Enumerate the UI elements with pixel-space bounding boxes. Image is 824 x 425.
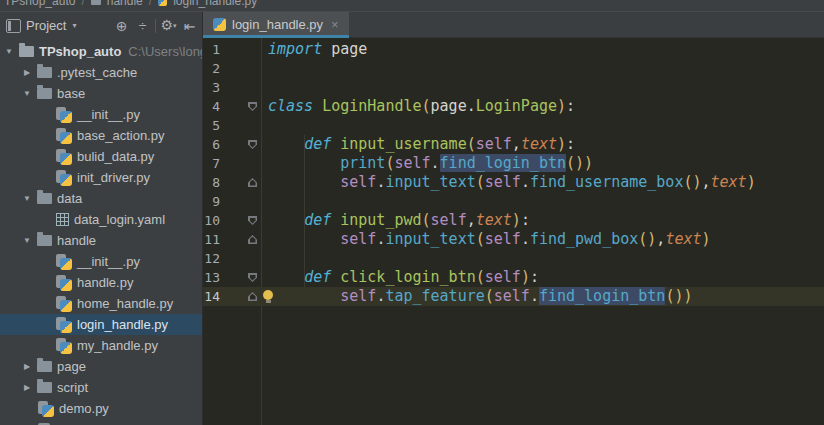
tree-item-demo-py[interactable]: demo.py bbox=[0, 398, 202, 419]
tree-item-page[interactable]: ▶page bbox=[0, 356, 202, 377]
chevron-down-icon[interactable]: ▼ bbox=[22, 194, 32, 203]
fold-end-icon[interactable] bbox=[248, 178, 257, 187]
tree-item-base[interactable]: ▼base bbox=[0, 83, 202, 104]
chevron-down-icon[interactable]: ▼ bbox=[22, 89, 32, 98]
tree-item-bulid-data-py[interactable]: bulid_data.py bbox=[0, 146, 202, 167]
editor[interactable]: 1import page234class LoginHandle(page.Lo… bbox=[203, 38, 824, 425]
tree-item-handle[interactable]: ▼handle bbox=[0, 230, 202, 251]
code-line-5: 5 bbox=[203, 116, 824, 135]
folder-icon bbox=[37, 193, 52, 204]
code-token: ( bbox=[485, 287, 494, 305]
settings-gear-icon[interactable]: ⚙▾ bbox=[160, 18, 177, 33]
chevron-down-icon[interactable]: ▼ bbox=[4, 47, 14, 56]
fold-collapse-icon[interactable] bbox=[248, 273, 257, 282]
tree-item-label: login_handle.py bbox=[77, 317, 168, 332]
tree-item-my-handle-py[interactable]: my_handle.py bbox=[0, 335, 202, 356]
line-number[interactable]: 8 bbox=[203, 173, 220, 192]
breadcrumb-item[interactable]: TPshop_auto bbox=[4, 0, 75, 8]
breadcrumb-item[interactable]: login_handle.py bbox=[173, 0, 257, 8]
tree-item-handle-py[interactable]: handle.py bbox=[0, 272, 202, 293]
tree-item-data-login-yaml[interactable]: data_login.yaml bbox=[0, 209, 202, 230]
tree-item--pytest-cache[interactable]: ▶.pytest_cache bbox=[0, 62, 202, 83]
line-number[interactable]: 5 bbox=[203, 116, 220, 135]
code-token: ()) bbox=[566, 154, 593, 172]
code-token: , bbox=[702, 173, 711, 191]
ide-window: TPshop_auto/handle/login_handle.py Proje… bbox=[0, 0, 824, 425]
code-area[interactable]: 1import page234class LoginHandle(page.Lo… bbox=[203, 38, 824, 306]
code-token: def bbox=[304, 211, 331, 229]
line-number[interactable]: 13 bbox=[203, 268, 220, 287]
line-number[interactable]: 11 bbox=[203, 230, 220, 249]
close-icon[interactable]: × bbox=[331, 17, 339, 32]
code-token: ) bbox=[747, 173, 756, 191]
locate-target-icon[interactable]: ⊕ bbox=[113, 19, 130, 33]
tree-item-partial[interactable] bbox=[0, 419, 202, 425]
line-number[interactable]: 14 bbox=[203, 287, 220, 306]
python-file-icon bbox=[213, 18, 226, 31]
code-line-8: 8 self.input_text(self.find_username_box… bbox=[203, 173, 824, 192]
code-token: import bbox=[268, 40, 322, 58]
line-number[interactable]: 4 bbox=[203, 97, 220, 116]
code-token bbox=[331, 135, 340, 153]
folder-root-icon bbox=[19, 46, 34, 57]
line-number[interactable]: 7 bbox=[203, 154, 220, 173]
code-token: find_login_btn bbox=[539, 287, 665, 305]
code-token: ( bbox=[422, 211, 431, 229]
tree-item-home-handle-py[interactable]: home_handle.py bbox=[0, 293, 202, 314]
tree-item--init-py[interactable]: __init__.py bbox=[0, 104, 202, 125]
fold-end-icon[interactable] bbox=[248, 292, 257, 301]
fold-collapse-icon[interactable] bbox=[248, 102, 257, 111]
intention-bulb-icon[interactable] bbox=[263, 290, 273, 300]
code-line-4: 4class LoginHandle(page.LoginPage): bbox=[203, 97, 824, 116]
tree-item-login-handle-py[interactable]: login_handle.py bbox=[0, 314, 202, 335]
python-file-icon bbox=[56, 107, 72, 123]
project-toolbar: Project ▾ ⊕÷⚙▾⇤ bbox=[0, 12, 202, 39]
code-token: : bbox=[566, 97, 575, 115]
code-token: ) bbox=[557, 135, 566, 153]
project-panel-title[interactable]: Project bbox=[26, 18, 66, 33]
line-number[interactable]: 2 bbox=[203, 59, 220, 78]
code-token: input_username bbox=[340, 135, 466, 153]
chevron-right-icon[interactable]: ▶ bbox=[22, 383, 32, 392]
project-view-icon bbox=[6, 19, 21, 33]
hide-panel-icon[interactable]: ⇤ bbox=[181, 19, 198, 33]
code-token: ( bbox=[476, 230, 485, 248]
breadcrumb-item[interactable]: handle bbox=[107, 0, 143, 8]
tree-item-data[interactable]: ▼data bbox=[0, 188, 202, 209]
python-file-icon bbox=[56, 275, 72, 291]
code-token: () bbox=[683, 173, 701, 191]
toolbar-icons: ⊕÷⚙▾⇤ bbox=[113, 18, 198, 33]
line-number[interactable]: 6 bbox=[203, 135, 220, 154]
fold-collapse-icon[interactable] bbox=[248, 140, 257, 149]
line-number[interactable]: 10 bbox=[203, 211, 220, 230]
tree-item-script[interactable]: ▶script bbox=[0, 377, 202, 398]
chevron-right-icon[interactable]: ▶ bbox=[22, 362, 32, 371]
code-token: print bbox=[340, 154, 385, 172]
line-number[interactable]: 3 bbox=[203, 78, 220, 97]
collapse-all-icon[interactable]: ÷ bbox=[134, 19, 151, 33]
code-token: ( bbox=[467, 135, 476, 153]
tree-item-tpshop-auto[interactable]: ▼TPshop_autoC:\Users\long bbox=[0, 41, 202, 62]
fold-end-icon[interactable] bbox=[248, 235, 257, 244]
line-number[interactable]: 1 bbox=[203, 40, 220, 59]
chevron-down-icon[interactable]: ▼ bbox=[22, 236, 32, 245]
tree-item-label: data_login.yaml bbox=[74, 212, 165, 227]
code-token bbox=[268, 268, 304, 286]
code-token: page. bbox=[431, 97, 476, 115]
code-token: find_username_box bbox=[530, 173, 684, 191]
fold-collapse-icon[interactable] bbox=[248, 216, 257, 225]
code-token: self bbox=[340, 230, 376, 248]
line-number[interactable]: 12 bbox=[203, 249, 220, 268]
chevron-down-icon[interactable]: ▾ bbox=[72, 21, 76, 30]
line-number[interactable]: 9 bbox=[203, 192, 220, 211]
code-token bbox=[268, 230, 340, 248]
code-token: self bbox=[485, 268, 521, 286]
chevron-right-icon[interactable]: ▶ bbox=[22, 68, 32, 77]
chevron-down-icon: ▾ bbox=[173, 22, 177, 29]
tab-login-handle-py[interactable]: login_handle.py × bbox=[203, 12, 349, 37]
code-token: input_text bbox=[385, 173, 475, 191]
tree-item-init-driver-py[interactable]: init_driver.py bbox=[0, 167, 202, 188]
tree-item-base-action-py[interactable]: base_action.py bbox=[0, 125, 202, 146]
editor-tabbar: login_handle.py × bbox=[203, 12, 824, 38]
tree-item--init-py[interactable]: __init__.py bbox=[0, 251, 202, 272]
